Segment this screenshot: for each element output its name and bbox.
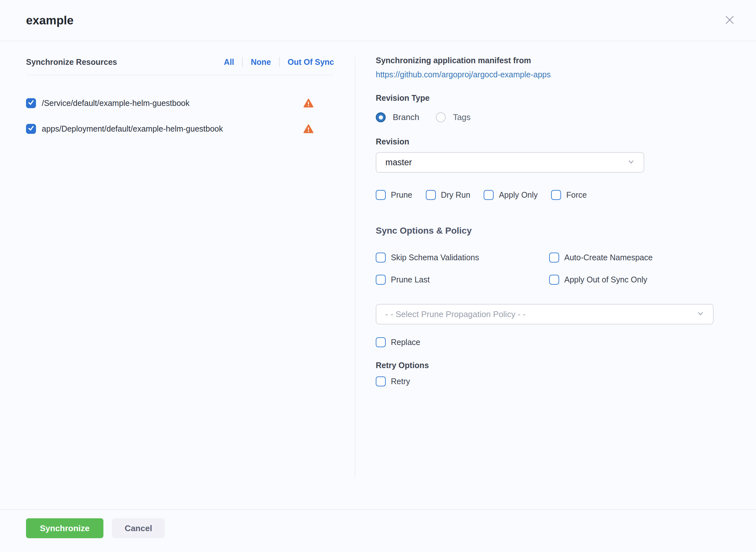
radio-unselected-icon (436, 112, 446, 122)
force-checkbox[interactable] (551, 190, 561, 200)
close-button[interactable] (723, 14, 736, 27)
manifest-label: Synchronizing application manifest from (376, 56, 715, 65)
resources-header: Synchronize Resources All None Out Of Sy… (26, 57, 334, 75)
dialog-footer: Synchronize Cancel (0, 509, 756, 552)
prune-propagation-policy-placeholder: - - Select Prune Propagation Policy - - (386, 309, 525, 319)
dry-run-checkbox[interactable] (426, 190, 436, 200)
tags-radio[interactable]: Tags (436, 112, 470, 122)
auto-create-namespace-label: Auto-Create Namespace (564, 253, 653, 262)
replace-checkbox[interactable] (376, 337, 386, 347)
skip-schema-validations-checkbox[interactable] (376, 253, 386, 263)
revision-select[interactable]: master (376, 152, 644, 173)
resources-panel: Synchronize Resources All None Out Of Sy… (26, 41, 334, 478)
check-icon (28, 125, 34, 133)
resource-checkbox[interactable] (26, 98, 36, 108)
dialog-body: Synchronize Resources All None Out Of Sy… (0, 41, 756, 478)
force-option: Force (551, 190, 587, 200)
prune-label: Prune (391, 190, 412, 199)
warning-icon (304, 124, 313, 134)
auto-create-namespace-checkbox[interactable] (549, 253, 559, 263)
resource-name: /Service/default/example-helm-guestbook (42, 99, 190, 108)
apply-only-label: Apply Only (499, 190, 538, 199)
close-icon (724, 14, 735, 27)
retry-checkbox[interactable] (376, 377, 386, 386)
replace-option: Replace (376, 337, 715, 347)
resource-checkbox[interactable] (26, 124, 36, 134)
dialog-header: example (0, 0, 756, 41)
filter-separator (279, 57, 280, 67)
radio-selected-icon (376, 112, 386, 122)
synchronize-button[interactable]: Synchronize (26, 518, 103, 538)
resource-row: apps/Deployment/default/example-helm-gue… (26, 124, 334, 134)
filter-separator (242, 57, 243, 67)
apply-only-checkbox[interactable] (484, 190, 494, 200)
resources-title: Synchronize Resources (26, 57, 117, 67)
skip-schema-validations-label: Skip Schema Validations (391, 253, 479, 262)
branch-radio-label: Branch (393, 112, 419, 122)
dry-run-label: Dry Run (441, 190, 470, 199)
sync-options-grid: Skip Schema Validations Auto-Create Name… (376, 253, 715, 285)
dialog-title: example (26, 14, 74, 27)
sync-options-heading: Sync Options & Policy (376, 226, 715, 236)
filter-all[interactable]: All (224, 57, 234, 67)
manifest-url-link[interactable]: https://github.com/argoproj/argocd-examp… (376, 70, 551, 79)
prune-last-checkbox[interactable] (376, 275, 386, 285)
prune-last-label: Prune Last (391, 275, 430, 284)
replace-label: Replace (391, 337, 420, 347)
prune-checkbox[interactable] (376, 190, 386, 200)
cancel-button[interactable]: Cancel (112, 518, 165, 538)
force-label: Force (566, 190, 587, 199)
filter-none[interactable]: None (251, 57, 271, 67)
prune-propagation-policy-select[interactable]: - - Select Prune Propagation Policy - - (376, 304, 714, 324)
sync-flags-row: Prune Dry Run Apply Only Force (376, 190, 715, 200)
resource-filters: All None Out Of Sync (224, 57, 334, 67)
retry-options-heading: Retry Options (376, 361, 715, 370)
filter-out-of-sync[interactable]: Out Of Sync (288, 57, 334, 67)
chevron-down-icon (627, 158, 635, 167)
tags-radio-label: Tags (453, 112, 470, 122)
apply-only-option: Apply Only (484, 190, 538, 200)
prune-option: Prune (376, 190, 412, 200)
dry-run-option: Dry Run (426, 190, 470, 200)
sync-options-panel: Synchronizing application manifest from … (355, 41, 715, 478)
revision-type-options: Branch Tags (376, 112, 715, 122)
retry-label: Retry (391, 377, 410, 386)
skip-schema-validations-option: Skip Schema Validations (376, 253, 549, 263)
resource-row: /Service/default/example-helm-guestbook (26, 98, 334, 108)
auto-create-namespace-option: Auto-Create Namespace (549, 253, 715, 263)
sync-dialog: example Synchronize Resources All None (0, 0, 756, 552)
check-icon (28, 99, 34, 107)
revision-label: Revision (376, 137, 715, 146)
retry-option: Retry (376, 377, 715, 386)
apply-out-of-sync-only-checkbox[interactable] (549, 275, 559, 285)
prune-last-option: Prune Last (376, 275, 549, 285)
chevron-down-icon (696, 309, 705, 319)
revision-type-label: Revision Type (376, 93, 715, 103)
resource-name: apps/Deployment/default/example-helm-gue… (42, 124, 223, 134)
revision-select-value: master (386, 158, 412, 167)
apply-out-of-sync-only-label: Apply Out of Sync Only (564, 275, 647, 284)
apply-out-of-sync-only-option: Apply Out of Sync Only (549, 275, 715, 285)
warning-icon (304, 99, 313, 108)
branch-radio[interactable]: Branch (376, 112, 419, 122)
